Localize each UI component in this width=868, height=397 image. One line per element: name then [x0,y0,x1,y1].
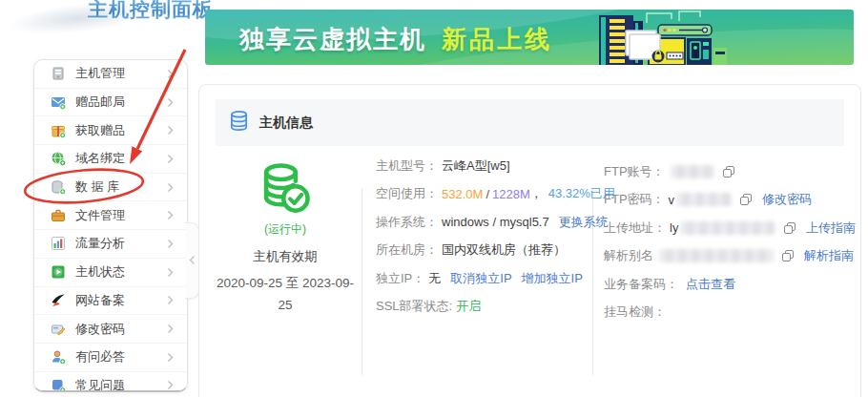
view-filing-code-link[interactable]: 点击查看 [686,276,735,293]
sidebar-item-database[interactable]: 数 据 库 [34,174,187,202]
field-value: v [669,193,675,207]
chevron-right-icon [167,267,174,278]
chevron-right-icon [167,295,174,305]
host-status-column: (运行中) 主机有效期 2020-09-25 至 2023-09-25 [211,161,360,317]
chevron-left-icon [189,252,196,269]
copy-icon[interactable] [739,193,753,206]
banner-text: 独享云虚拟主机 新品上线 [239,23,552,56]
column-divider [362,188,362,375]
folder-icon [51,208,66,223]
host-specs-column: 主机型号： 云峰A型[w5] 空间使用： 532.0M / 1228M ， 43… [376,152,588,321]
field-label: 上传地址： [604,219,666,237]
field-label: 挂马检测： [604,303,666,321]
database-running-icon [258,161,313,217]
malware-check-row: 挂马检测： [604,299,856,327]
field-value: 国内双线机房（推荐） [442,241,566,259]
sidebar-item-label: 有问必答 [75,348,125,366]
copy-icon[interactable] [722,165,735,178]
globe-icon [51,151,66,166]
redacted-value [680,221,775,235]
datacenter-row: 所在机房： 国内双线机房（推荐） [376,237,588,265]
server-icon [51,66,66,81]
chevron-right-icon [167,154,174,164]
sidebar-collapse-handle[interactable] [185,222,199,299]
sidebar-item-label: 主机状态 [75,263,125,281]
dns-guide-link[interactable]: 解析指南 [804,247,854,264]
os-row: 操作系统： windows / mysql5.7 更换系统 [376,208,588,237]
sidebar-item-label: 修改密码 [75,321,125,338]
sidebar-item-change-password[interactable]: 修改密码 [34,315,187,344]
ssl-status-value: 开启 [456,298,481,315]
sidebar-item-get-gifts[interactable]: 获取赠品 [34,116,187,145]
play-status-icon [51,264,66,280]
sidebar-item-label: 数 据 库 [75,178,119,196]
mail-icon [51,94,66,110]
sidebar-item-qa[interactable]: 有问必答 [34,344,187,372]
section-title: 主机信息 [259,115,313,132]
sidebar-item-traffic-analysis[interactable]: 流量分析 [34,230,187,259]
chevron-right-icon [167,97,174,108]
field-label: 空间使用： [376,185,438,202]
sidebar-item-label: 获取赠品 [75,122,125,139]
host-model-row: 主机型号： 云峰A型[w5] [376,152,588,180]
sidebar-item-label: 常见问题 [75,377,125,392]
field-label: 操作系统： [376,214,438,231]
change-os-link[interactable]: 更换系统 [559,214,609,231]
sidebar-item-label: 文件管理 [75,207,125,224]
field-label: 所在机房： [376,241,438,259]
copy-icon[interactable] [783,221,796,235]
field-label: 业务备案码： [604,276,678,293]
sidebar-item-website-filing[interactable]: 网站备案 [34,287,187,316]
database-blue-icon [228,110,250,136]
cancel-ip-link[interactable]: 取消独立IP [450,270,511,287]
field-label: FTP账号： [604,163,665,180]
banner-new-badge: 新品上线 [442,23,552,56]
redacted-value [676,193,732,206]
slash-separator: / [486,187,489,201]
host-control-panel-page: 主机控制面板 主机管理 赠品邮局 获取赠品 域名绑定 数 据 库 [0,0,868,397]
filing-code-row: 业务备案码： 点击查看 [604,270,856,299]
chevron-right-icon [167,69,174,79]
dedicated-ip-row: 独立IP： 无 取消独立IP 增加独立IP [376,264,588,293]
sidebar-item-host-status[interactable]: 主机状态 [34,259,187,287]
sidebar-item-label: 赠品邮局 [75,94,125,111]
dns-alias-row: 解析别名 解析指南 [604,242,856,271]
sidebar-item-label: 域名绑定 [75,150,125,167]
sidebar-item-faq[interactable]: 常见问题 [34,372,187,392]
host-info-card: 主机信息 (运行中) 主机有效期 2020-09-25 至 2023-09-25 [198,84,861,397]
upload-address-row: 上传地址： ly 上传指南 [604,214,856,242]
field-label: 独立IP： [376,270,424,287]
sidebar-item-label: 主机管理 [75,65,125,82]
field-value: windows / mysql5.7 [442,215,549,229]
validity-label: 主机有效期 [211,248,360,265]
chevron-right-icon [167,352,174,363]
field-value: 云峰A型[w5] [442,157,510,175]
host-info-header: 主机信息 [216,99,844,146]
ftp-account-row: FTP账号： [604,157,856,186]
promo-banner[interactable]: 独享云虚拟主机 新品上线 [205,10,854,65]
field-label: FTP密码： [604,191,665,208]
field-value: ly [670,220,678,235]
sidebar-item-file-management[interactable]: 文件管理 [34,201,187,230]
ssl-status-row: SSL部署状态: 开启 [376,293,588,322]
brush-filing-icon [51,293,66,308]
running-status-badge: (运行中) [211,221,360,238]
gift-icon [51,123,66,138]
ftp-password-row: FTP密码： v 修改密码 [604,186,856,215]
faq-icon [51,378,66,392]
sidebar-item-label: 流量分析 [75,235,125,252]
panel-title: 主机控制面板 [88,0,214,26]
database-icon [51,179,66,195]
sidebar-item-gift-mail[interactable]: 赠品邮局 [34,89,187,117]
copy-icon[interactable] [781,249,795,262]
redacted-value [659,249,774,262]
person-icon [51,349,66,365]
redacted-value [671,165,714,178]
banner-title: 独享云虚拟主机 [239,23,426,56]
chevron-right-icon [167,239,174,249]
sidebar-item-host-management[interactable]: 主机管理 [34,60,187,89]
add-ip-link[interactable]: 增加独立IP [522,270,583,287]
sidebar-item-domain-binding[interactable]: 域名绑定 [34,145,187,174]
change-password-link[interactable]: 修改密码 [762,191,812,208]
upload-guide-link[interactable]: 上传指南 [806,219,856,237]
